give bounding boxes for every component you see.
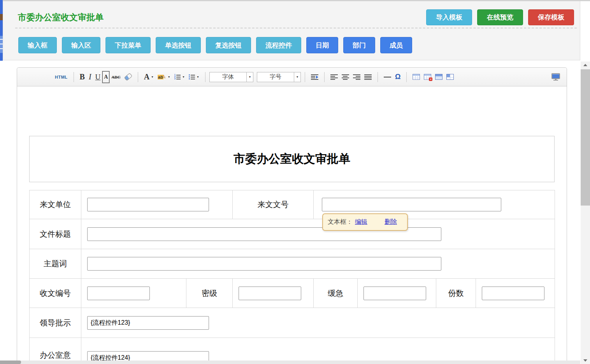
receipt-no-input[interactable] [87, 287, 150, 300]
insert-table-button[interactable] [411, 71, 422, 83]
chevron-down-icon: ▼ [197, 76, 199, 78]
table-row: 来文单位 来文文号 [30, 190, 555, 219]
widget-button-input-box[interactable]: 输入框 [18, 37, 57, 53]
copies-input[interactable] [482, 287, 544, 300]
label-secrecy: 密级 [186, 279, 233, 308]
chevron-down-icon[interactable]: ▼ [246, 72, 253, 82]
toolbar-separator [74, 72, 74, 82]
cell-properties-button[interactable] [444, 71, 456, 83]
table-row: 领导批示 [30, 308, 555, 338]
font-size-select[interactable]: 字号▼ [257, 72, 301, 82]
fullscreen-button[interactable] [550, 71, 562, 83]
template-actions: 导入模板 在线预览 保存模板 [426, 9, 574, 25]
table-properties-button[interactable] [433, 71, 444, 83]
dashed-divider [15, 28, 577, 28]
page: 市委办公室收文审批单 导入模板 在线预览 保存模板 输入框 输入区 下拉菜单 单… [0, 0, 590, 364]
horizontal-scrollbar-thumb[interactable] [0, 360, 21, 364]
subject-words-input[interactable] [87, 257, 441, 271]
monitor-icon [551, 73, 560, 81]
widget-button-checkbox[interactable]: 复选按钮 [206, 37, 251, 53]
tooltip-label: 文本框： [328, 218, 353, 226]
widget-button-date[interactable]: 日期 [306, 37, 338, 53]
font-family-select[interactable]: 字体▼ [209, 72, 253, 82]
widget-button-department[interactable]: 部门 [343, 37, 375, 53]
scroll-up-arrow[interactable] [581, 62, 590, 69]
label-urgency: 缓急 [314, 279, 358, 308]
table-properties-icon [435, 74, 442, 80]
indent-icon [311, 74, 318, 80]
table-icon [413, 74, 420, 80]
online-preview-button[interactable]: 在线预览 [477, 9, 523, 25]
indent-button[interactable] [309, 71, 320, 83]
chevron-down-icon: ▼ [168, 76, 170, 78]
chevron-down-icon[interactable]: ▼ [294, 72, 300, 82]
html-source-button[interactable]: HTML [53, 71, 70, 83]
delete-table-button[interactable] [422, 71, 433, 83]
header-panel: 市委办公室收文审批单 导入模板 在线预览 保存模板 输入框 输入区 下拉菜单 单… [3, 1, 580, 60]
toolbar-separator [305, 72, 305, 82]
cell-properties-icon [446, 74, 454, 80]
label-incoming-doc-no: 来文文号 [233, 190, 314, 219]
bold-button[interactable]: B [78, 71, 87, 83]
strikethrough-button[interactable]: ABC [109, 71, 122, 83]
label-office-opinion: 办公室意 [30, 338, 81, 364]
underline-button[interactable]: U [93, 71, 103, 83]
table-row: 主题词 [30, 249, 555, 279]
toolbar-separator [205, 72, 205, 82]
align-right-button[interactable] [351, 71, 362, 83]
highlight-color-button[interactable]: ab✎▼ [156, 71, 172, 83]
toolbar-separator [406, 72, 407, 82]
page-title: 市委办公室收文审批单 [18, 12, 104, 23]
ordered-list-button[interactable]: 123▼ [172, 71, 187, 83]
align-center-button[interactable] [340, 71, 351, 83]
widget-button-textarea[interactable]: 输入区 [62, 37, 100, 53]
bullet-list-icon [189, 74, 195, 81]
horizontal-scrollbar[interactable] [0, 360, 580, 364]
table-row: 办公室意 [30, 338, 555, 364]
align-justify-button[interactable] [362, 71, 374, 83]
table-row: 文件标题 [30, 219, 555, 249]
font-color-button[interactable]: A▼ [142, 71, 156, 83]
chevron-down-icon: ▼ [182, 76, 185, 78]
secrecy-input[interactable] [239, 287, 301, 300]
import-template-button[interactable]: 导入模板 [426, 9, 472, 25]
form-title-block: 市委办公室收文审批单 [29, 136, 555, 182]
incoming-unit-input[interactable] [87, 198, 209, 211]
horizontal-rule-icon [384, 77, 391, 77]
italic-button[interactable]: I [87, 71, 93, 83]
format-block-button[interactable]: A [102, 71, 109, 83]
triangle-up-icon [583, 64, 587, 66]
eraser-icon [124, 73, 132, 81]
align-center-icon [342, 74, 349, 81]
background-window-mark [0, 36, 3, 53]
vertical-scrollbar[interactable] [581, 62, 590, 364]
widget-palette: 输入框 输入区 下拉菜单 单选按钮 复选按钮 流程控件 日期 部门 成员 [18, 37, 412, 53]
editor-content[interactable]: 市委办公室收文审批单 来文单位 来文文号 文件标题 主 [17, 86, 567, 364]
edit-link[interactable]: 编辑 [355, 218, 367, 226]
chevron-down-icon: ▼ [151, 76, 154, 78]
label-leader-comments: 领导批示 [30, 308, 81, 338]
special-char-button[interactable]: Ω [393, 71, 402, 83]
delete-link[interactable]: 删除 [385, 218, 397, 226]
triangle-down-icon [583, 359, 587, 362]
vertical-scrollbar-thumb[interactable] [581, 69, 590, 206]
widget-button-radio[interactable]: 单选按钮 [156, 37, 201, 53]
align-left-button[interactable] [328, 71, 340, 83]
horizontal-rule-button[interactable] [382, 71, 393, 83]
toolbar-separator [378, 72, 378, 82]
remove-format-button[interactable] [123, 71, 134, 83]
scroll-down-arrow[interactable] [581, 357, 590, 364]
incoming-doc-no-input[interactable] [322, 198, 501, 211]
toolbar-separator [324, 72, 325, 82]
widget-button-member[interactable]: 成员 [380, 37, 412, 53]
leader-comments-input[interactable] [87, 316, 209, 330]
widget-edit-tooltip: 文本框： 编辑 删除 [322, 213, 408, 231]
form-table: 来文单位 来文文号 文件标题 主题词 收文编号 密级 [29, 190, 555, 364]
table-row: 收文编号 密级 缓急 份数 [30, 279, 555, 308]
save-template-button[interactable]: 保存模板 [528, 9, 574, 25]
widget-button-flow-control[interactable]: 流程控件 [256, 37, 301, 53]
bullet-list-button[interactable]: ▼ [187, 71, 201, 83]
background-window-edge [0, 0, 3, 61]
urgency-input[interactable] [363, 287, 426, 300]
widget-button-dropdown[interactable]: 下拉菜单 [105, 37, 151, 53]
